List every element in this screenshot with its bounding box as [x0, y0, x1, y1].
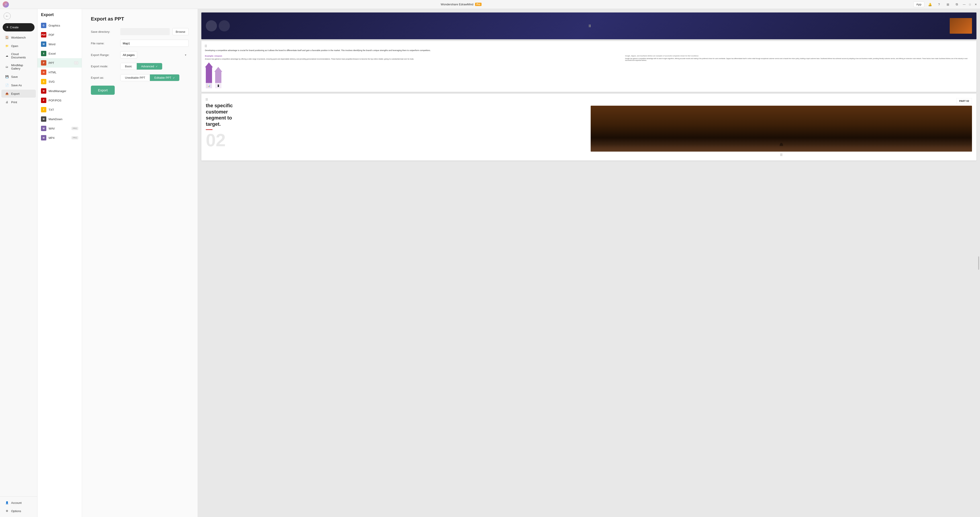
wav-icon: W — [41, 126, 46, 131]
sidebar-item-workbench[interactable]: 🏠 Workbench — [2, 34, 36, 41]
slide1-circles — [206, 20, 230, 32]
help-icon[interactable]: ? — [936, 2, 942, 8]
svg-icon: S — [41, 79, 46, 84]
file-label-mindmanager: MindManager — [49, 89, 66, 93]
arrow-short: 📱 — [214, 67, 222, 88]
file-item-html[interactable]: H HTML — [37, 67, 82, 77]
file-label-ppt: PPT — [49, 61, 54, 65]
sidebar-item-account[interactable]: 👤 Account — [2, 499, 36, 507]
browse-button[interactable]: Browse — [172, 28, 189, 35]
export-as-toggle: Uneditable PPT Editable PPT ✓ — [120, 74, 180, 81]
file-item-markdown[interactable]: M MarkDown — [37, 114, 82, 124]
txt-icon: T — [41, 107, 46, 112]
file-item-graphics[interactable]: G Graphics — [37, 21, 82, 30]
sidebar-item-cloud[interactable]: ☁ Cloud Documents — [2, 50, 36, 61]
part-badge: PART 02 — [956, 98, 972, 104]
slide2-arrows: 📊 📱 — [205, 62, 622, 88]
pofpos-icon: P — [41, 97, 46, 103]
as-editable-button[interactable]: Editable PPT ✓ — [150, 75, 179, 81]
mode-advanced-button[interactable]: Advanced ✓ — [137, 63, 162, 70]
arrow-tall: 📊 — [205, 62, 213, 88]
back-button[interactable]: ← — [0, 11, 37, 21]
file-label-word: Word — [49, 43, 56, 46]
excel-icon: X — [41, 51, 46, 56]
sidebar-label-print: Print — [11, 101, 17, 104]
file-item-ppt[interactable]: P PPT ··· — [37, 58, 82, 67]
file-item-word[interactable]: W Word — [37, 40, 82, 49]
avatar[interactable]: U — [3, 2, 9, 8]
slide2-amazon-label: Example: Amazon — [205, 55, 622, 57]
account-icon: 👤 — [5, 501, 9, 505]
slide2-right: Google, Zappos, and Southwest Airlines a… — [625, 55, 973, 88]
file-label-pdf: PDF — [49, 33, 54, 37]
sidebar-item-options[interactable]: ⚙ Options — [2, 507, 36, 515]
sidebar-item-open[interactable]: 📁 Open — [2, 42, 36, 50]
export-mode-toggle: Basic Advanced ✓ — [120, 63, 162, 70]
mode-basic-button[interactable]: Basic — [121, 63, 137, 70]
export-range-select[interactable]: All pages — [120, 51, 137, 58]
file-item-mindmanager[interactable]: M MindManager — [37, 86, 82, 96]
file-item-mp4[interactable]: M MP4 PRO — [37, 133, 82, 142]
sidebar-item-export[interactable]: 📤 Export — [2, 89, 36, 97]
file-item-pdf[interactable]: PDF PDF — [37, 30, 82, 40]
sidebar-item-saveas[interactable]: 📄 Save As — [2, 81, 36, 89]
sidebar-item-mindmap[interactable]: 🗂 MindMap Gallery — [2, 62, 36, 72]
file-label-svg: SVG — [49, 80, 54, 83]
close-button[interactable]: ✕ — [974, 3, 977, 6]
slide2-google-label: Google, Zappos, and Southwest Airlines a… — [625, 55, 973, 57]
options-icon: ⚙ — [5, 509, 9, 513]
file-item-excel[interactable]: X Excel — [37, 49, 82, 58]
file-item-pofpos[interactable]: P POF/POS — [37, 96, 82, 105]
slide3-number: 02 — [206, 132, 587, 148]
sidebar-item-save[interactable]: 💾 Save — [2, 73, 36, 81]
slide-container: Developing a competitive advantage is cr… — [198, 9, 980, 164]
file-label-graphics: Graphics — [49, 24, 60, 27]
sidebar-label-saveas: Save As — [11, 84, 22, 87]
slide1-circle1 — [206, 20, 217, 32]
sidebar-item-print[interactable]: 🖨 Print — [2, 98, 36, 106]
slide2-left: Example: Amazon Amazon has gained a comp… — [205, 55, 622, 88]
app-button[interactable]: App — [913, 2, 924, 7]
save-directory-input[interactable] — [120, 28, 170, 35]
sidebar-label-options: Options — [11, 509, 21, 513]
file-name-input[interactable] — [120, 40, 189, 47]
sidebar-label-workbench: Workbench — [11, 36, 26, 39]
cloud-icon: ☁ — [5, 54, 9, 58]
file-label-pofpos: POF/POS — [49, 99, 62, 102]
maximize-button[interactable]: □ — [969, 3, 972, 6]
titlebar-left: U — [3, 2, 9, 8]
sidebar-label-mindmap: MindMap Gallery — [11, 64, 32, 70]
slide3-left: the specific customer segment to target.… — [206, 98, 587, 156]
file-item-wav[interactable]: W WAV PRO — [37, 124, 82, 133]
pro-badge: Pro — [475, 3, 482, 6]
pause-icon-4 — [780, 153, 782, 156]
grid-icon[interactable]: ⊞ — [945, 2, 951, 8]
slide-3: the specific customer segment to target.… — [201, 94, 977, 161]
as-uneditable-button[interactable]: Uneditable PPT — [121, 75, 150, 81]
minimize-button[interactable]: — — [963, 3, 966, 6]
saveas-icon: 📄 — [5, 83, 9, 87]
sidebar-label-account: Account — [11, 501, 22, 504]
slide1-pause — [589, 24, 591, 27]
scroll-indicator[interactable] — [978, 256, 979, 270]
file-item-txt[interactable]: T TXT — [37, 105, 82, 114]
export-range-select-wrapper: All pages — [120, 51, 189, 58]
file-item-svg[interactable]: S SVG — [37, 77, 82, 86]
pdf-icon: PDF — [41, 32, 46, 37]
save-directory-row: Save directory: Browse — [91, 28, 189, 35]
export-icon: 📤 — [5, 92, 9, 96]
preview-area: Developing a competitive advantage is cr… — [198, 9, 980, 517]
pause-icon-2 — [205, 45, 207, 47]
file-name-row: File name: — [91, 40, 189, 47]
file-label-excel: Excel — [49, 52, 56, 55]
export-button[interactable]: Export — [91, 86, 115, 95]
ppt-icon: P — [41, 60, 46, 65]
export-form-title: Export as PPT — [91, 16, 189, 22]
file-label-html: HTML — [49, 71, 56, 74]
mindmap-icon: 🗂 — [5, 65, 9, 69]
notification-icon[interactable]: 🔔 — [927, 2, 933, 8]
export-range-row: Export Range: All pages — [91, 51, 189, 58]
create-button[interactable]: + Create — [3, 23, 35, 32]
window-icon[interactable]: ⧉ — [954, 2, 960, 8]
sidebar-bottom: 👤 Account ⚙ Options — [0, 496, 37, 515]
